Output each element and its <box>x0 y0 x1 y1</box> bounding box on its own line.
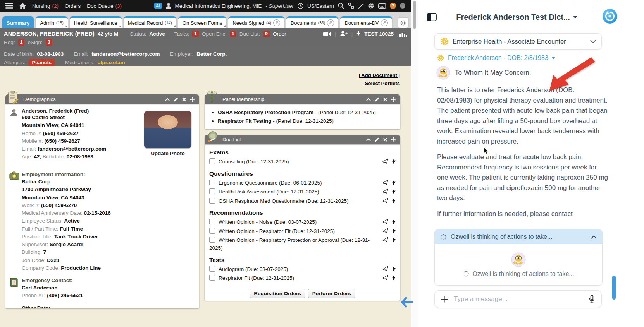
tab-documents[interactable]: Documents (36) <box>286 16 338 28</box>
send-order-icon[interactable] <box>382 275 389 281</box>
wand-icon[interactable] <box>358 3 364 9</box>
edit-pencil-icon[interactable] <box>375 137 379 142</box>
due-item-checkbox[interactable] <box>209 228 215 234</box>
open-enc-count-badge[interactable]: 1 <box>230 31 236 37</box>
thinking-card-header[interactable]: Ozwell is thinking of actions to take... <box>435 229 602 244</box>
update-photo-link[interactable]: Update Photo <box>151 151 185 156</box>
tab-documents-label: Documents <box>291 20 316 26</box>
perform-bolt-icon[interactable] <box>392 198 396 204</box>
chevron-down-icon[interactable] <box>590 40 596 43</box>
nav-nursing[interactable]: Nursing (2) <box>32 3 59 9</box>
due-item-checkbox[interactable] <box>209 198 215 204</box>
help-icon[interactable]: ? <box>390 3 396 9</box>
due-item-checkbox[interactable] <box>209 180 215 185</box>
perform-bolt-icon[interactable] <box>392 237 396 243</box>
collapse-icon[interactable] <box>366 98 371 101</box>
due-item-checkbox[interactable] <box>209 237 215 243</box>
move-icon[interactable] <box>190 97 195 102</box>
send-order-icon[interactable] <box>382 158 389 164</box>
medication-value[interactable]: alprazolam <box>98 60 125 65</box>
send-order-icon[interactable] <box>382 266 389 272</box>
globe-icon[interactable] <box>368 3 374 9</box>
select-portlets-link[interactable]: Select Portlets <box>365 80 400 86</box>
perform-bolt-icon[interactable] <box>392 228 396 234</box>
add-person-icon[interactable] <box>340 31 348 36</box>
tab-needs-signed[interactable]: Needs Signed (4) <box>228 16 284 28</box>
keyboard-icon[interactable] <box>378 3 386 9</box>
video-visit-icon[interactable] <box>323 31 331 36</box>
external-link-icon[interactable] <box>273 19 280 26</box>
perform-bolt-icon[interactable] <box>392 158 396 164</box>
demographics-portlet-header[interactable]: Demographics <box>5 94 199 104</box>
conversation-title-dropdown[interactable]: Frederick Anderson Test Dict... <box>437 13 597 22</box>
encounter-card[interactable]: Enterprise Health - Associate Encounter <box>434 33 602 50</box>
attach-plus-icon[interactable] <box>441 296 448 303</box>
collapse-panel-arrow[interactable] <box>401 296 413 310</box>
due-item-checkbox[interactable] <box>209 158 215 164</box>
send-order-icon[interactable] <box>382 237 389 243</box>
perform-bolt-icon[interactable] <box>392 219 396 224</box>
move-icon[interactable] <box>391 137 396 142</box>
microphone-icon[interactable] <box>589 295 595 304</box>
tab-admin[interactable]: Admin (15) <box>36 16 68 28</box>
page-scrollbar-thumb[interactable] <box>413 1 416 29</box>
perform-bolt-icon[interactable] <box>392 180 396 185</box>
tab-on-screen-forms[interactable]: On Screen Forms <box>178 16 227 28</box>
panel-membership-portlet-header[interactable]: Panel Membership <box>205 94 400 104</box>
message-input[interactable] <box>453 295 583 303</box>
perform-bolt-icon[interactable] <box>392 266 396 272</box>
send-order-icon[interactable] <box>382 219 389 224</box>
due-item-checkbox[interactable] <box>209 188 215 194</box>
close-icon[interactable] <box>383 98 387 101</box>
close-icon[interactable] <box>182 98 186 101</box>
perform-bolt-icon[interactable] <box>392 188 396 194</box>
assistant-scrollbar-thumb[interactable] <box>612 276 616 300</box>
tab-summary[interactable]: Summary <box>2 16 34 28</box>
external-link-icon[interactable] <box>327 19 334 26</box>
due-item-checkbox[interactable] <box>209 275 215 281</box>
patient-name[interactable]: ANDERSON, FREDERICK (FRED) <box>4 31 95 37</box>
quick-action-bolt-icon[interactable] <box>356 31 360 37</box>
move-icon[interactable] <box>391 97 396 102</box>
collapse-icon[interactable] <box>366 138 371 141</box>
tab-documents-dv[interactable]: Documents-DV <box>340 16 392 28</box>
tab-medical-record[interactable]: Medical Record (14) <box>124 16 176 28</box>
allergy-badge[interactable]: Peanuts <box>29 59 55 66</box>
ai-badge[interactable]: AI <box>154 3 162 9</box>
link-icon[interactable] <box>348 3 354 9</box>
panel-toggle-icon[interactable] <box>427 13 437 21</box>
edit-pencil-icon[interactable] <box>375 97 379 102</box>
edit-pencil-icon[interactable] <box>174 97 178 102</box>
due-item-checkbox[interactable] <box>209 266 215 272</box>
supervisor-link[interactable]: Sergio Acardi <box>50 241 83 247</box>
due-list-portlet-header[interactable]: Due List <box>205 135 400 144</box>
tab-settings-button[interactable] <box>398 18 408 28</box>
requisition-orders-button[interactable]: Requisition Orders <box>250 289 305 298</box>
external-link-icon[interactable] <box>381 19 388 26</box>
chart-stats-icon[interactable] <box>398 31 407 37</box>
perform-bolt-icon[interactable] <box>392 275 396 281</box>
tab-health-surveillance[interactable]: Health Surveillance <box>70 16 122 28</box>
nav-orders[interactable]: Orders <box>65 3 81 9</box>
perform-orders-button[interactable]: Perform Orders <box>308 289 355 298</box>
send-order-icon[interactable] <box>382 188 389 194</box>
esign-count-badge[interactable]: 3 <box>46 39 52 46</box>
nav-doc-queue[interactable]: Doc Queue (3) <box>87 3 122 9</box>
patient-name-link[interactable]: Anderson, Frederick (Fred) <box>22 108 89 114</box>
req-count-badge[interactable]: 1 <box>18 39 25 46</box>
close-icon[interactable] <box>383 138 387 142</box>
patient-context-dropdown[interactable]: Frederick Anderson - DOB: 2/8/1983 <box>437 54 555 62</box>
menu-icon[interactable] <box>5 3 13 9</box>
add-document-link[interactable]: | Add Document | <box>359 72 400 78</box>
send-order-icon[interactable] <box>382 228 389 234</box>
send-order-icon[interactable] <box>382 198 389 204</box>
chevron-up-icon[interactable] <box>591 235 597 239</box>
home-icon[interactable] <box>19 3 26 9</box>
tasks-count-badge[interactable]: 1 <box>192 31 199 37</box>
send-order-icon[interactable] <box>382 180 389 185</box>
order-link[interactable]: Order <box>273 31 286 37</box>
due-list-count-badge[interactable]: 9 <box>263 31 270 37</box>
collapse-icon[interactable] <box>165 98 170 101</box>
search-icon[interactable] <box>338 3 344 9</box>
due-item-checkbox[interactable] <box>209 219 215 224</box>
